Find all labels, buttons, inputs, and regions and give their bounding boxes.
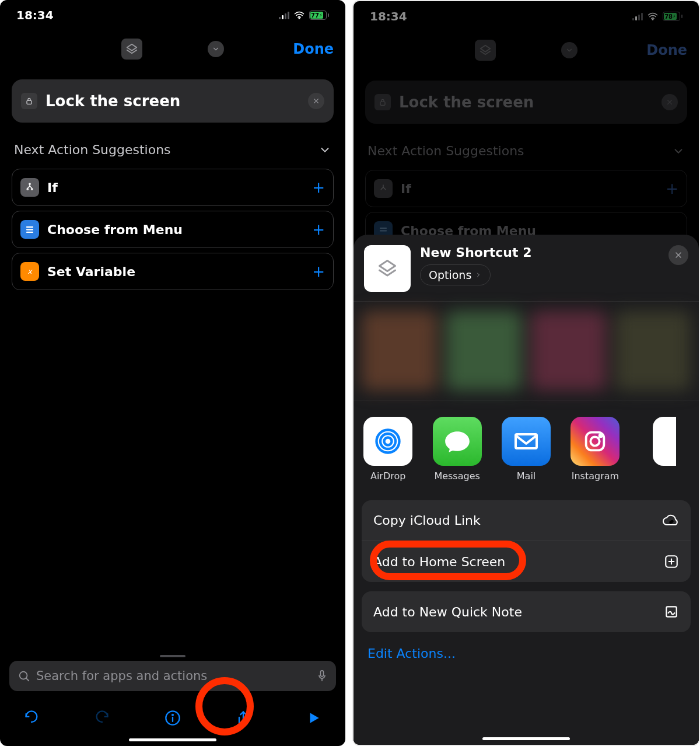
svg-rect-10 [26,232,33,233]
screen-header: Lock Screen Done [0,26,345,70]
share-action-copy-icloud-link[interactable]: Copy iCloud Link [362,500,691,541]
home-indicator[interactable] [482,737,570,740]
svg-text:x: x [27,267,33,276]
list-icon [20,220,39,239]
share-app-airdrop[interactable]: AirDrop [363,417,413,482]
svg-point-18 [172,714,173,716]
close-share-button[interactable] [668,245,688,265]
wifi-icon [294,11,304,19]
variable-icon: x [20,262,39,281]
share-options-button[interactable]: Options [420,264,491,285]
dictation-icon[interactable] [316,669,328,683]
svg-rect-2 [27,100,32,104]
search-placeholder: Search for apps and actions [36,669,310,683]
share-button[interactable] [232,706,255,730]
svg-marker-19 [310,713,319,723]
share-people-row[interactable] [354,304,699,398]
battery-indicator: 77⚡ [309,11,329,20]
branch-icon [20,178,39,197]
chevron-down-icon [318,144,331,156]
cloud-icon [662,514,679,528]
share-app-instagram[interactable]: Instagram [570,417,620,482]
done-button[interactable]: Done [293,41,334,57]
share-app-label: AirDrop [370,470,405,482]
mail-icon [502,417,551,466]
lock-icon [21,93,37,109]
redo-button[interactable] [90,706,114,730]
suggestions-title: Next Action Suggestions [14,142,171,157]
info-button[interactable] [161,706,184,730]
svg-rect-8 [26,226,33,228]
share-actions-list: Copy iCloud Link Add to Home Screen [362,500,691,582]
suggestion-set-variable[interactable]: x Set Variable + [12,253,334,290]
add-suggestion-icon[interactable]: + [312,263,325,280]
search-field[interactable]: Search for apps and actions [9,661,336,691]
share-app-more[interactable] [639,417,690,482]
share-apps-row: AirDrop Messages Mail Instagram [354,403,699,486]
svg-point-31 [380,434,396,449]
chevron-down-icon[interactable] [208,41,224,57]
svg-rect-14 [321,671,324,677]
action-label: Lock the screen [46,92,300,110]
instagram-icon [570,417,620,466]
plus-square-icon [664,554,679,569]
search-icon [18,670,30,682]
share-app-messages[interactable]: Messages [432,417,482,482]
status-bar: 18:34 77⚡ [0,0,345,26]
share-sheet-title: New Shortcut 2 [420,245,532,260]
suggestion-choose-from-menu[interactable]: Choose from Menu + [12,211,334,248]
shortcut-thumbnail [364,245,411,292]
action-lock-screen[interactable]: Lock the screen [12,79,334,123]
sheet-grabber[interactable] [160,655,186,657]
suggestions-header[interactable]: Next Action Suggestions [0,126,345,164]
svg-rect-33 [516,434,537,448]
shortcut-title: Lock Screen [147,44,204,55]
airdrop-icon [363,417,412,466]
svg-marker-27 [380,261,396,271]
share-action-add-to-quick-note[interactable]: Add to New Quick Note [362,591,691,632]
svg-point-5 [27,189,28,190]
share-app-mail[interactable]: Mail [501,417,551,482]
svg-point-37 [668,519,674,524]
svg-line-13 [26,678,29,681]
note-icon [664,604,679,619]
clear-action-button[interactable] [308,93,324,109]
status-time: 18:34 [16,8,54,22]
run-button[interactable] [302,706,326,730]
share-action-label: Add to New Quick Note [373,605,522,619]
suggestion-label: Set Variable [47,264,304,279]
share-sheet: New Shortcut 2 Options AirDrop [354,235,699,745]
svg-marker-1 [127,44,136,51]
add-suggestion-icon[interactable]: + [312,221,325,238]
share-app-label: Instagram [572,470,619,482]
share-app-label: Mail [517,470,536,482]
share-actions-list-2: Add to New Quick Note [362,591,691,632]
svg-rect-9 [26,229,33,230]
cellular-bars-icon [279,11,289,19]
suggestion-label: If [47,180,304,195]
share-action-add-to-home-screen[interactable]: Add to Home Screen [362,541,691,582]
suggestion-label: Choose from Menu [47,222,304,237]
svg-point-35 [591,437,600,445]
add-suggestion-icon[interactable]: + [312,179,325,196]
undo-button[interactable] [20,706,43,730]
home-indicator[interactable] [129,738,216,741]
svg-point-36 [600,435,602,437]
svg-point-6 [32,189,33,190]
share-app-label: Messages [434,470,480,482]
suggestion-if[interactable]: If + [12,169,334,206]
shortcut-glyph-icon [121,39,142,60]
share-action-label: Add to Home Screen [373,555,505,569]
edit-actions-link[interactable]: Edit Actions... [354,632,699,664]
svg-point-30 [384,438,392,445]
shortcut-title-button[interactable]: Lock Screen [121,39,225,60]
share-action-label: Copy iCloud Link [373,513,481,528]
messages-icon [433,417,482,466]
svg-point-0 [299,18,300,19]
